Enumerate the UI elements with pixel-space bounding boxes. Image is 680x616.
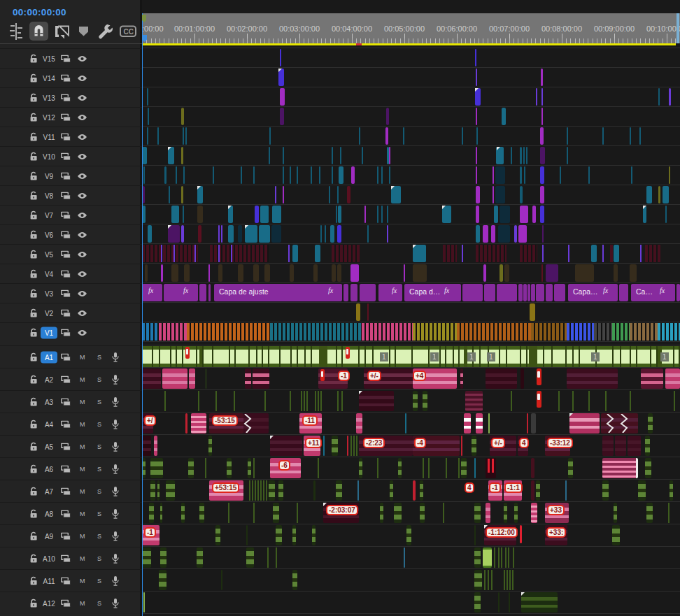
- svg-text:CC: CC: [124, 28, 134, 36]
